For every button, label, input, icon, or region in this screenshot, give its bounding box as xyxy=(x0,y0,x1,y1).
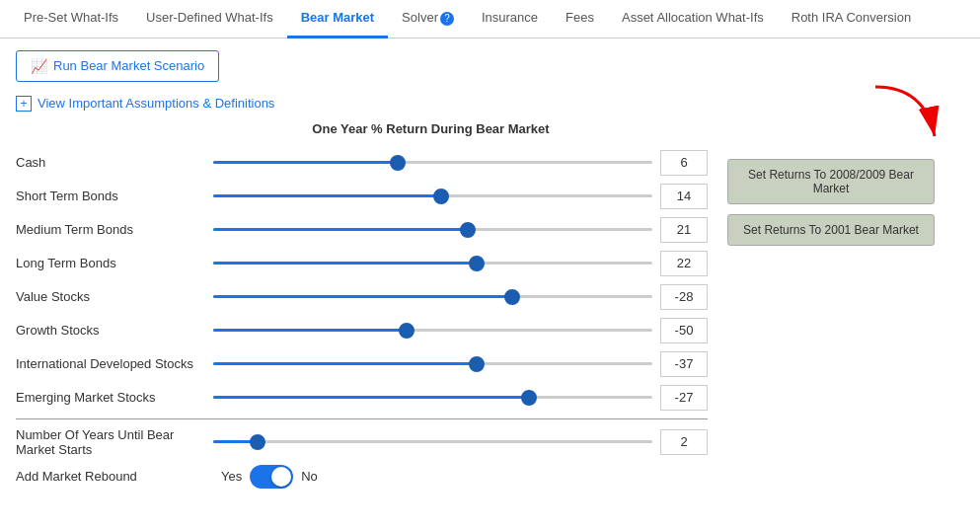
slider-value-4[interactable]: -28 xyxy=(660,284,708,310)
slider-fill-2 xyxy=(213,228,468,231)
years-track xyxy=(213,440,652,443)
buttons-section: Set Returns To 2008/2009 Bear Market Set… xyxy=(727,121,964,256)
slider-fill-3 xyxy=(213,262,477,265)
slider-track-0 xyxy=(213,161,652,164)
slider-label-3: Long Term Bonds xyxy=(16,256,213,270)
slider-row-2: Medium Term Bonds21 xyxy=(16,217,708,243)
sliders-section: One Year % Return During Bear Market Cas… xyxy=(16,121,708,489)
slider-label-7: Emerging Market Stocks xyxy=(16,390,213,405)
tab-preset[interactable]: Pre-Set What-Ifs xyxy=(10,0,132,38)
assumptions-label: View Important Assumptions & Definitions xyxy=(38,96,274,111)
slider-label-2: Medium Term Bonds xyxy=(16,222,213,237)
slider-fill-4 xyxy=(213,295,512,298)
years-row: Number Of Years Until Bear Market Starts… xyxy=(16,427,708,457)
tab-asset-allocation[interactable]: Asset Allocation What-Ifs xyxy=(608,0,778,38)
slider-thumb-1[interactable] xyxy=(433,189,449,204)
toggle-row: Add Market Rebound Yes No xyxy=(16,465,708,489)
years-value[interactable]: 2 xyxy=(660,429,708,455)
slider-fill-7 xyxy=(213,396,529,399)
slider-track-3 xyxy=(213,262,652,265)
slider-thumb-7[interactable] xyxy=(521,390,537,406)
tab-roth-ira[interactable]: Roth IRA Conversion xyxy=(778,0,925,38)
run-bear-market-button[interactable]: 📈 Run Bear Market Scenario xyxy=(16,50,219,82)
slider-thumb-5[interactable] xyxy=(399,323,415,339)
slider-track-6 xyxy=(213,362,652,365)
slider-thumb-2[interactable] xyxy=(460,222,476,238)
slider-label-6: International Developed Stocks xyxy=(16,356,213,371)
slider-track-5 xyxy=(213,329,652,332)
set-returns-2001-button[interactable]: Set Returns To 2001 Bear Market xyxy=(727,214,935,246)
tab-insurance[interactable]: Insurance xyxy=(468,0,552,38)
slider-row-5: Growth Stocks-50 xyxy=(16,318,708,343)
years-label: Number Of Years Until Bear Market Starts xyxy=(16,427,213,457)
slider-label-1: Short Term Bonds xyxy=(16,189,213,203)
slider-row-6: International Developed Stocks-37 xyxy=(16,351,708,377)
toggle-label: Add Market Rebound xyxy=(16,469,213,484)
slider-thumb-0[interactable] xyxy=(390,155,406,171)
slider-row-3: Long Term Bonds22 xyxy=(16,251,708,276)
help-icon-solver[interactable]: ? xyxy=(440,12,454,26)
tab-fees[interactable]: Fees xyxy=(552,0,608,38)
section-title: One Year % Return During Bear Market xyxy=(174,121,688,136)
slider-fill-5 xyxy=(213,329,407,332)
slider-value-3[interactable]: 22 xyxy=(660,251,708,276)
slider-row-7: Emerging Market Stocks-27 xyxy=(16,385,708,411)
tab-bear-market[interactable]: Bear Market xyxy=(287,0,388,38)
slider-value-1[interactable]: 14 xyxy=(660,184,708,209)
slider-label-0: Cash xyxy=(16,155,213,170)
toggle-no-label: No xyxy=(301,469,318,484)
slider-track-container-3 xyxy=(213,254,652,273)
slider-row-4: Value Stocks-28 xyxy=(16,284,708,310)
slider-value-7[interactable]: -27 xyxy=(660,385,708,411)
slider-track-container-5 xyxy=(213,321,652,341)
slider-fill-1 xyxy=(213,194,441,197)
slider-track-container-1 xyxy=(213,187,652,206)
main-content: 📈 Run Bear Market Scenario + View Import… xyxy=(0,38,980,500)
slider-fill-0 xyxy=(213,161,398,164)
slider-track-container-0 xyxy=(213,153,652,173)
toggle-knob xyxy=(271,467,291,487)
slider-value-6[interactable]: -37 xyxy=(660,351,708,377)
toggle-switch[interactable] xyxy=(250,465,293,489)
tab-user-defined[interactable]: User-Defined What-Ifs xyxy=(132,0,287,38)
slider-value-2[interactable]: 21 xyxy=(660,217,708,243)
slider-thumb-6[interactable] xyxy=(469,356,485,372)
toggle-yes-label: Yes xyxy=(221,469,242,484)
toggle-container: Yes No xyxy=(221,465,318,489)
set-returns-2008-button[interactable]: Set Returns To 2008/2009 Bear Market xyxy=(727,159,935,204)
plus-icon: + xyxy=(16,96,32,112)
slider-thumb-4[interactable] xyxy=(504,289,520,305)
slider-track-container-4 xyxy=(213,287,652,307)
divider xyxy=(16,418,708,419)
assumptions-link[interactable]: + View Important Assumptions & Definitio… xyxy=(16,96,964,112)
arrow-icon xyxy=(846,82,944,151)
slider-row-1: Short Term Bonds14 xyxy=(16,184,708,209)
slider-track-7 xyxy=(213,396,652,399)
slider-row-0: Cash6 xyxy=(16,150,708,176)
slider-track-1 xyxy=(213,194,652,197)
nav-tabs: Pre-Set What-IfsUser-Defined What-IfsBea… xyxy=(0,0,980,38)
run-button-label: Run Bear Market Scenario xyxy=(53,58,204,73)
years-thumb[interactable] xyxy=(250,434,265,450)
slider-thumb-3[interactable] xyxy=(469,256,485,271)
slider-label-5: Growth Stocks xyxy=(16,323,213,338)
chart-icon: 📈 xyxy=(31,58,47,74)
slider-track-container-6 xyxy=(213,354,652,374)
slider-track-container-7 xyxy=(213,388,652,408)
slider-value-0[interactable]: 6 xyxy=(660,150,708,176)
slider-track-4 xyxy=(213,295,652,298)
slider-label-4: Value Stocks xyxy=(16,289,213,304)
tab-solver[interactable]: Solver? xyxy=(388,0,468,38)
content-row: One Year % Return During Bear Market Cas… xyxy=(16,121,964,489)
slider-track-container-2 xyxy=(213,220,652,240)
slider-fill-6 xyxy=(213,362,477,365)
slider-value-5[interactable]: -50 xyxy=(660,318,708,343)
slider-track-2 xyxy=(213,228,652,231)
years-slider-container xyxy=(213,432,652,452)
